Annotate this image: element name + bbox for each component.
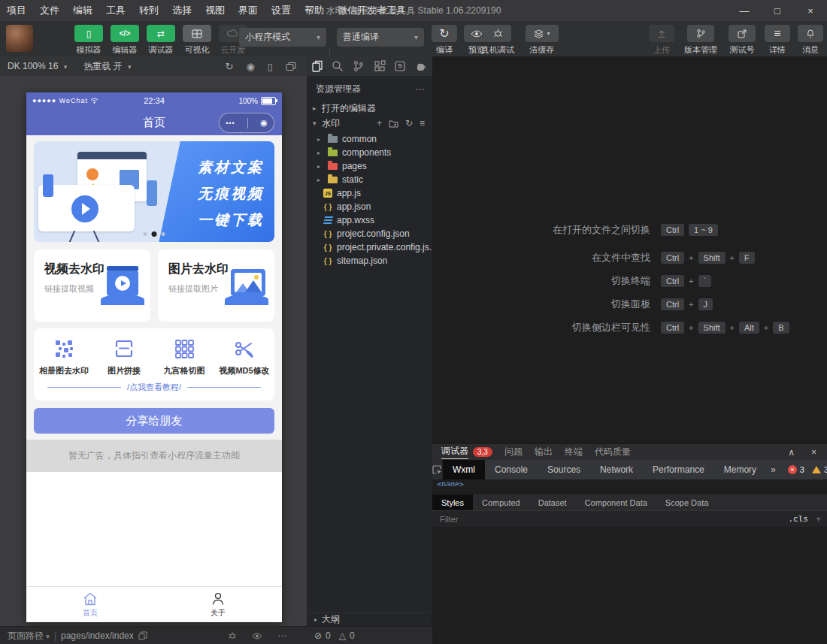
clear-cache-button[interactable]: ▾ 清缓存 [525,25,559,56]
more-tabs-icon[interactable]: » [766,464,780,475]
messages-button[interactable]: 消息 [797,25,824,56]
tutorial-link[interactable]: /点我查看教程/ [47,382,261,393]
debugger-button[interactable]: ⇄ 调试器 [144,25,177,56]
warning-triangle-icon[interactable]: △ [339,630,346,641]
menu-edit[interactable]: 编辑 [66,4,99,17]
menu-settings[interactable]: 设置 [265,4,298,17]
editor-area[interactable]: 在打开的文件之间切换 Ctrl 1 ~ 9 在文件中查找 Ctrl + Shif… [432,56,827,443]
devtools-tab-sources[interactable]: Sources [538,460,590,479]
extensions-icon[interactable] [374,60,386,72]
new-folder-icon[interactable] [389,119,398,128]
vconsole-bug-icon[interactable] [228,631,237,640]
tree-item-app-wxss[interactable]: app.wxss [307,213,432,227]
version-control-button[interactable]: 版本管理 [681,25,720,56]
menu-interface[interactable]: 界面 [232,4,265,17]
mode-select[interactable]: 小程序模式 ▾ [239,28,326,47]
tab-styles[interactable]: Styles [432,494,473,511]
compile-select[interactable]: 普通编译 ▾ [337,28,424,47]
tree-item-app-js[interactable]: JS app.js [307,186,432,200]
error-circle-icon[interactable]: ⊘ [314,630,322,641]
remote-debug-button[interactable]: 真机调试 [478,25,517,56]
record-icon[interactable]: ◉ [247,61,255,72]
close-icon[interactable]: × [794,0,827,21]
multi-window-icon[interactable] [286,62,296,71]
copy-icon[interactable] [138,631,147,640]
device-select[interactable]: DK 100% 16 ▾ [0,61,67,71]
album-watermark-tool[interactable]: 相册图去水印 [34,337,94,376]
source-control-icon[interactable] [353,60,365,72]
preview-eye-icon[interactable] [252,633,262,639]
nine-grid-tool[interactable]: 九宫格切图 [154,337,214,376]
avatar[interactable] [6,25,33,52]
more-actions-icon[interactable]: ⋯ [415,84,425,95]
image-watermark-card[interactable]: 图片去水印 链接提取图片 [158,249,274,322]
tree-item-app-json[interactable]: { } app.json [307,200,432,213]
minimize-icon[interactable]: — [728,0,761,21]
devtools-tab-wxml[interactable]: Wxml [443,460,485,479]
more-menu-button[interactable]: ••• [226,119,235,127]
tab-dataset[interactable]: Dataset [529,494,576,511]
filter-input[interactable] [438,514,788,525]
devtools-tab-memory[interactable]: Memory [714,460,766,479]
details-button[interactable]: ≡ 详情 [764,25,791,56]
chevron-up-icon[interactable]: ∧ [788,447,795,458]
visualizer-button[interactable]: 可视化 [180,25,214,56]
tab-home[interactable]: 首页 [26,587,154,622]
refresh-icon[interactable]: ↻ [226,61,234,72]
test-account-button[interactable]: 测试号 [726,25,758,56]
menu-tools[interactable]: 工具 [99,4,132,17]
tab-computed[interactable]: Computed [473,494,529,511]
statusbar-more-icon[interactable]: ⋯ [277,630,286,641]
menu-project[interactable]: 项目 [0,4,33,17]
collapse-all-icon[interactable]: ≡ [420,118,425,128]
simulator-button[interactable]: ▯ 模拟器 [72,25,105,56]
tree-item-pages[interactable]: ▸ pages [307,159,432,173]
warning-count[interactable]: 3 [812,465,827,474]
exit-miniprogram-button[interactable]: ◉ [260,118,268,128]
tree-item-static[interactable]: ▸ static [307,173,432,186]
tab-about[interactable]: 关于 [154,587,282,622]
tab-output[interactable]: 输出 [535,446,553,458]
tree-item-project-private-config[interactable]: { } project.private.config.js... [307,240,432,254]
devtools-tab-network[interactable]: Network [590,460,643,479]
tab-terminal[interactable]: 终端 [565,446,583,458]
share-button[interactable]: 分享给朋友 [34,408,274,434]
menu-view[interactable]: 视图 [198,4,232,17]
close-panel-icon[interactable]: × [811,447,816,458]
upload-button[interactable]: 上传 [648,25,675,56]
inspect-element-button[interactable] [432,460,443,479]
maximize-icon[interactable]: □ [761,0,794,21]
menu-file[interactable]: 文件 [33,4,66,17]
open-editors-section[interactable]: ▸ 打开的编辑器 [307,101,432,116]
tree-item-common[interactable]: ▸ common [307,132,432,146]
hot-reload-toggle[interactable]: 热重载 开 ▾ [67,60,131,73]
project-section[interactable]: ▾ 水印 + ↻ ≡ [307,116,432,131]
video-md5-tool[interactable]: 视频MD5修改 [214,337,274,376]
tab-problems[interactable]: 问题 [504,446,523,458]
search-icon[interactable] [332,60,344,72]
banner-carousel[interactable]: 素材文案 无痕视频 一键下载 [34,141,274,242]
editor-button[interactable]: </> 编辑器 [108,25,141,56]
toggle-class-button[interactable]: .cls [788,514,808,524]
phone-frame-icon[interactable]: ▯ [268,61,273,72]
tea-icon[interactable] [415,61,428,71]
error-count[interactable]: × 3 [788,465,804,474]
tree-item-sitemap[interactable]: { } sitemap.json [307,254,432,268]
devtools-tab-performance[interactable]: Performance [643,460,714,479]
tree-item-project-config[interactable]: { } project.config.json [307,227,432,240]
files-icon[interactable] [311,60,323,72]
new-style-rule-button[interactable]: + [816,514,821,525]
menu-select[interactable]: 选择 [165,4,198,17]
compile-button[interactable]: ↻ 编译 [430,25,459,56]
page-path-select[interactable]: 页面路径 ▾ [8,630,50,642]
video-watermark-card[interactable]: 视频去水印 链接提取视频 [34,249,150,322]
menu-goto[interactable]: 转到 [132,4,165,17]
refresh-tree-icon[interactable]: ↻ [405,118,413,128]
image-splice-tool[interactable]: 图片拼接 [94,337,154,376]
tab-code-quality[interactable]: 代码质量 [595,446,631,458]
tab-scope-data[interactable]: Scope Data [656,494,717,511]
new-file-icon[interactable]: + [377,118,382,128]
outline-section[interactable]: ▸ 大纲 [307,612,432,626]
tab-debugger[interactable]: 调试器 [441,445,468,459]
tree-item-components[interactable]: ▸ components [307,146,432,159]
